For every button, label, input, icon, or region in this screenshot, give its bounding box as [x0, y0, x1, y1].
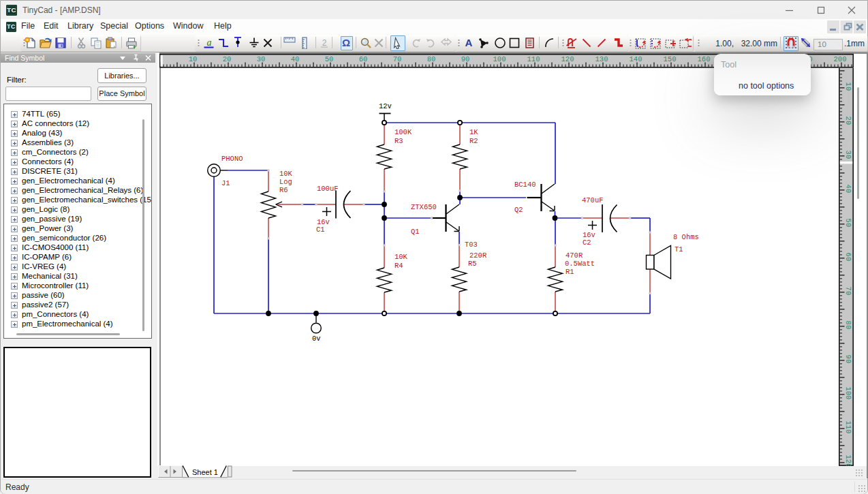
svg-text:A: A: [465, 37, 473, 48]
svg-text:BC140: BC140: [514, 181, 536, 189]
svg-text:130: 130: [595, 55, 608, 63]
svg-text:20: 20: [844, 117, 852, 125]
svg-text:R5: R5: [468, 260, 477, 268]
svg-text:C2: C2: [583, 238, 591, 247]
svg-text:60: 60: [844, 253, 852, 262]
svg-text:R3: R3: [394, 137, 403, 145]
svg-text:R2: R2: [469, 137, 478, 145]
svg-text:30: 30: [257, 55, 266, 63]
svg-text:80: 80: [844, 321, 852, 330]
svg-text:100K: 100K: [394, 128, 412, 136]
svg-text:140: 140: [630, 55, 642, 63]
svg-text:10K: 10K: [279, 170, 293, 178]
svg-text:R6: R6: [279, 186, 288, 194]
svg-text:110: 110: [844, 420, 852, 433]
svg-text:470uF: 470uF: [582, 196, 604, 204]
svg-text:0v: 0v: [312, 335, 321, 343]
svg-text:10: 10: [189, 55, 198, 63]
svg-text:40: 40: [844, 185, 852, 194]
svg-text:Q2: Q2: [514, 206, 523, 214]
svg-text:90: 90: [461, 55, 470, 63]
svg-text:R4: R4: [394, 262, 403, 270]
svg-text:470R: 470R: [565, 251, 583, 260]
svg-text:Sheet 1: Sheet 1: [192, 468, 218, 476]
svg-text:40: 40: [291, 55, 300, 63]
svg-text:150: 150: [664, 55, 677, 63]
svg-text:50: 50: [844, 219, 852, 228]
svg-text:70: 70: [844, 287, 852, 296]
svg-text:90: 90: [844, 355, 852, 364]
svg-text:T1: T1: [675, 245, 683, 253]
svg-text:0.5Watt: 0.5Watt: [565, 260, 595, 268]
svg-text:120: 120: [844, 454, 852, 466]
svg-text:8 Ohms: 8 Ohms: [673, 233, 699, 241]
svg-text:70: 70: [393, 55, 402, 63]
svg-text:R1: R1: [565, 268, 574, 276]
svg-text:100: 100: [493, 55, 506, 63]
svg-text:200: 200: [834, 55, 847, 63]
svg-text:10: 10: [844, 82, 852, 91]
svg-text:ZTX650: ZTX650: [411, 203, 437, 211]
svg-text:110: 110: [527, 55, 540, 63]
svg-text:100: 100: [844, 386, 852, 399]
svg-text:20: 20: [223, 55, 232, 63]
svg-text:J1: J1: [221, 179, 230, 187]
svg-text:Q1: Q1: [411, 228, 420, 236]
svg-text:160: 160: [698, 55, 711, 63]
svg-text:120: 120: [561, 55, 574, 63]
svg-text:10K: 10K: [394, 253, 408, 261]
svg-text:30: 30: [844, 151, 852, 159]
svg-text:12v: 12v: [379, 102, 392, 110]
svg-text:Ω: Ω: [342, 37, 350, 48]
svg-text:80: 80: [427, 55, 436, 63]
svg-text:220R: 220R: [469, 251, 487, 260]
svg-text:100uF: 100uF: [317, 185, 339, 193]
svg-text:a: a: [207, 37, 212, 48]
svg-text:2: 2: [322, 38, 327, 48]
svg-text:Log: Log: [279, 178, 292, 186]
svg-text:60: 60: [359, 55, 368, 63]
svg-text:C1: C1: [316, 226, 325, 234]
svg-text:T03: T03: [465, 241, 478, 249]
svg-text:PHONO: PHONO: [221, 155, 243, 163]
svg-text:1K: 1K: [469, 128, 478, 136]
svg-text:50: 50: [325, 55, 334, 63]
